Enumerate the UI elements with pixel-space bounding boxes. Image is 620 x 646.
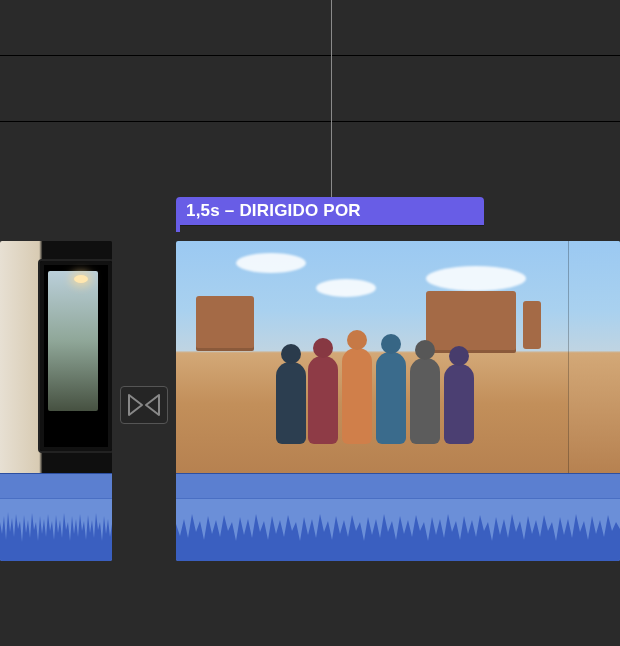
- video-clip-right[interactable]: [176, 241, 620, 561]
- thumb-detail: [40, 261, 112, 451]
- audio-waveform[interactable]: [0, 473, 112, 561]
- clip-thumbnail: [176, 241, 620, 474]
- transition-icon[interactable]: [120, 386, 168, 424]
- timeline-ruler: [0, 55, 620, 122]
- video-clip-left[interactable]: [0, 241, 112, 561]
- audio-waveform[interactable]: [176, 473, 620, 561]
- callout-line: [331, 0, 332, 197]
- clip-thumbnail: [0, 241, 112, 474]
- title-clip-label: 1,5s – DIRIGIDO POR: [186, 201, 361, 221]
- title-clip[interactable]: 1,5s – DIRIGIDO POR: [176, 197, 484, 225]
